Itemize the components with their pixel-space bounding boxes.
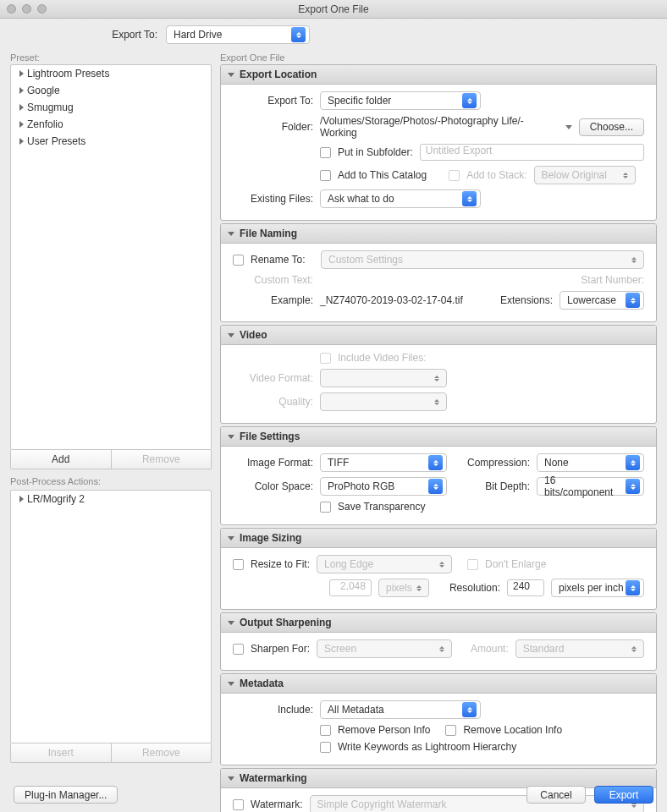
resize-label: Resize to Fit: — [251, 558, 310, 570]
add-stack-checkbox — [449, 170, 460, 181]
export-panel-label: Export One File — [220, 52, 657, 63]
stack-position-select: Below Original — [534, 166, 636, 184]
chevron-updown-icon — [428, 455, 443, 470]
include-video-label: Include Video Files: — [338, 352, 427, 364]
preset-item[interactable]: Google — [11, 82, 211, 99]
chevron-updown-icon — [628, 642, 640, 656]
section-header[interactable]: File Settings — [221, 427, 656, 447]
chevron-updown-icon — [462, 191, 477, 206]
traffic-max-icon[interactable] — [37, 4, 47, 14]
triangle-down-icon — [228, 682, 234, 686]
color-space-label: Color Space: — [233, 480, 313, 492]
insert-button: Insert — [11, 743, 112, 762]
caret-right-icon — [19, 104, 24, 111]
amount-select: Standard — [515, 639, 644, 658]
example-value: _NZ74070-2019-03-02-17-04.tif — [320, 294, 463, 306]
existing-files-label: Existing Files: — [233, 193, 313, 205]
extensions-select[interactable]: Lowercase — [560, 291, 644, 310]
section-image-sizing: Image Sizing Resize to Fit: Long Edge Do… — [220, 528, 657, 610]
remove-button: Remove — [112, 450, 212, 469]
compression-select[interactable]: None — [537, 453, 644, 472]
add-button[interactable]: Add — [11, 450, 112, 469]
traffic-close-icon[interactable] — [7, 4, 16, 14]
preset-list[interactable]: Lightroom Presets Google Smugmug Zenfoli… — [10, 64, 212, 450]
chevron-updown-icon — [628, 253, 640, 266]
caret-right-icon — [19, 496, 24, 502]
section-header[interactable]: File Naming — [221, 224, 656, 244]
traffic-min-icon[interactable] — [22, 4, 31, 14]
chevron-updown-icon — [436, 642, 448, 656]
post-actions-list[interactable]: LR/Mogrify 2 — [10, 490, 212, 743]
chevron-updown-icon — [462, 93, 477, 108]
titlebar: Export One File — [0, 0, 667, 19]
post-action-item[interactable]: LR/Mogrify 2 — [11, 491, 211, 508]
folder-path: /Volumes/Storage/Photos/-Photography Lif… — [320, 115, 559, 139]
include-label: Include: — [233, 704, 313, 716]
size-input: 2,048 — [329, 579, 372, 596]
section-header[interactable]: Export Location — [221, 65, 656, 85]
triangle-down-icon — [228, 232, 234, 236]
rename-checkbox[interactable] — [233, 255, 244, 266]
footer: Plug-in Manager... Cancel Export — [0, 777, 667, 812]
preset-label: Preset: — [10, 52, 212, 63]
chevron-updown-icon — [431, 395, 443, 409]
save-transparency-label: Save Transparency — [338, 501, 425, 513]
remove-location-checkbox[interactable] — [445, 725, 456, 736]
save-transparency-checkbox[interactable] — [320, 502, 331, 513]
sharpen-checkbox[interactable] — [233, 644, 244, 655]
remove-location-label: Remove Location Info — [463, 724, 562, 736]
write-keywords-label: Write Keywords as Lightroom Hierarchy — [338, 741, 516, 753]
resolution-unit-select[interactable]: pixels per inch — [551, 579, 644, 597]
chevron-updown-icon — [462, 702, 477, 717]
preset-item[interactable]: User Presets — [11, 133, 211, 150]
resolution-input[interactable]: 240 — [507, 579, 544, 596]
subfolder-checkbox[interactable] — [320, 147, 331, 158]
preset-item[interactable]: Zenfolio — [11, 116, 211, 133]
image-format-select[interactable]: TIFF — [320, 453, 447, 472]
export-to-select[interactable]: Hard Drive — [166, 25, 310, 44]
custom-text-label: Custom Text: — [233, 274, 313, 286]
section-video: Video Include Video Files: Video Format:… — [220, 325, 657, 424]
section-metadata: Metadata Include: All Metadata Remove Pe… — [220, 673, 657, 765]
dont-enlarge-label: Don't Enlarge — [485, 558, 546, 570]
bit-depth-select[interactable]: 16 bits/component — [537, 477, 644, 496]
sharpen-label: Sharpen For: — [251, 643, 310, 655]
add-stack-label: Add to Stack: — [466, 169, 526, 181]
section-output-sharpening: Output Sharpening Sharpen For: Screen Am… — [220, 612, 657, 671]
section-header[interactable]: Image Sizing — [221, 529, 656, 548]
export-button[interactable]: Export — [594, 786, 653, 804]
preset-item[interactable]: Smugmug — [11, 99, 211, 116]
write-keywords-checkbox[interactable] — [320, 742, 331, 753]
image-format-label: Image Format: — [233, 457, 313, 469]
resize-checkbox[interactable] — [233, 559, 244, 570]
chevron-updown-icon — [436, 557, 448, 571]
existing-files-select[interactable]: Ask what to do — [320, 189, 481, 208]
metadata-include-select[interactable]: All Metadata — [320, 700, 481, 719]
section-header[interactable]: Output Sharpening — [221, 613, 656, 633]
include-video-checkbox — [320, 353, 331, 364]
folder-label: Folder: — [233, 121, 313, 133]
triangle-down-icon — [228, 435, 234, 439]
subfolder-input[interactable]: Untitled Export — [420, 144, 644, 161]
export-to-folder-select[interactable]: Specific folder — [320, 91, 481, 110]
add-catalog-label: Add to This Catalog — [338, 169, 427, 181]
size-unit-select: pixels — [378, 579, 429, 597]
folder-menu-icon[interactable] — [565, 125, 572, 129]
color-space-select[interactable]: ProPhoto RGB — [320, 477, 447, 496]
add-catalog-checkbox[interactable] — [320, 170, 331, 181]
triangle-down-icon — [228, 73, 234, 77]
plugin-manager-button[interactable]: Plug-in Manager... — [14, 786, 118, 804]
section-header[interactable]: Video — [221, 326, 656, 345]
choose-folder-button[interactable]: Choose... — [579, 118, 644, 136]
cancel-button[interactable]: Cancel — [526, 786, 586, 804]
sharpen-for-select: Screen — [317, 639, 452, 658]
triangle-down-icon — [228, 333, 234, 337]
chevron-updown-icon — [620, 168, 631, 182]
section-header[interactable]: Metadata — [221, 674, 656, 694]
start-number-label: Start Number: — [581, 274, 644, 286]
chevron-updown-icon — [626, 293, 640, 308]
preset-item[interactable]: Lightroom Presets — [11, 65, 211, 82]
rename-label: Rename To: — [251, 254, 314, 266]
remove-person-checkbox[interactable] — [320, 725, 331, 736]
remove2-button: Remove — [112, 743, 212, 762]
